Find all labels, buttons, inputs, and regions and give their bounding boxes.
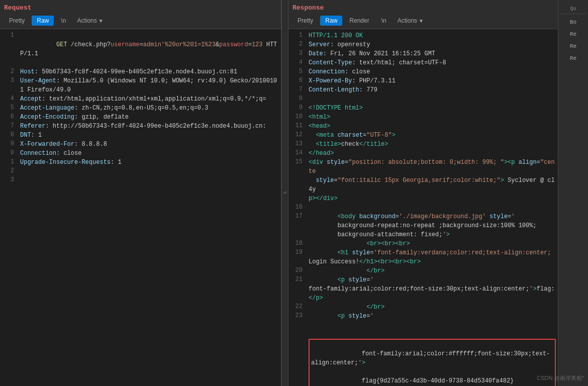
response-title: Response <box>292 2 554 15</box>
response-body: 1 HTTP/1.1 200 OK 2 Server: openresty 3 … <box>288 29 558 386</box>
table-row: 1 HTTP/1.1 200 OK <box>288 31 558 40</box>
request-title: Request <box>4 2 277 15</box>
request-actions-button[interactable]: Actions ▼ <box>73 16 107 26</box>
request-panel: Request Pretty Raw \n Actions ▼ 1 GET /c… <box>0 0 281 386</box>
table-row: 11 <head> <box>288 122 558 131</box>
table-row: 7 Content-Length: 779 <box>288 85 558 94</box>
table-row: 19 <h1 style='font-family:verdana;color:… <box>288 248 558 266</box>
table-row: 5 Connection: close <box>288 67 558 76</box>
response-toolbar: Pretty Raw Render \n Actions ▼ <box>292 15 554 27</box>
table-row: 1 GET /check.php?username=admin'%20or%20… <box>0 31 281 67</box>
request-tab-pretty[interactable]: Pretty <box>4 16 30 26</box>
sidebar-item-re1[interactable]: Re <box>560 28 586 40</box>
request-header: Request Pretty Raw \n Actions ▼ <box>0 0 281 29</box>
response-tab-newline[interactable]: \n <box>376 16 391 26</box>
table-row: 21 <p style=' font-family:arial;color:re… <box>288 275 558 303</box>
divider-arrows: ⇄ <box>283 190 286 196</box>
request-tab-raw[interactable]: Raw <box>32 16 54 26</box>
table-row: 18 <br><br><br> <box>288 239 558 248</box>
table-row: 4 Accept: text/html,application/xhtml+xm… <box>0 94 281 104</box>
table-row: 12 <meta charset="UTF-8"> <box>288 131 558 140</box>
sidebar-item-bo[interactable]: Bo <box>560 16 586 28</box>
table-row: 6 Accept-Encoding: gzip, deflate <box>0 113 281 122</box>
table-row: 3 <box>0 176 281 185</box>
request-body: 1 GET /check.php?username=admin'%20or%20… <box>0 29 281 386</box>
table-row: 20 </br> <box>288 266 558 275</box>
response-panel: Response Pretty Raw Render \n Actions ▼ … <box>288 0 558 386</box>
table-row: 0 Connection: close <box>0 149 281 158</box>
table-row: 15 <div style="position: absolute;bottom… <box>288 158 558 203</box>
flag-highlight-box: font-family:arial;color:#ffffff;font-siz… <box>309 339 556 386</box>
table-row: 3 User-Agent: Mozilla/5.0 (Windows NT 10… <box>0 76 281 94</box>
response-actions-button[interactable]: Actions ▼ <box>394 16 428 26</box>
table-row: 14 </head> <box>288 149 558 158</box>
table-row: 1 Upgrade-Insecure-Requests: 1 <box>0 158 281 167</box>
table-row: 23 <p style=' font-family:arial;color:#f… <box>288 312 558 386</box>
sidebar: Qu Bo Re Re Re <box>558 0 588 386</box>
response-tab-render[interactable]: Render <box>344 16 374 26</box>
table-row: 5 Accept-Language: zh-CN,zh;q=0.8,en-US;… <box>0 104 281 113</box>
request-toolbar: Pretty Raw \n Actions ▼ <box>4 15 277 27</box>
request-tab-newline[interactable]: \n <box>56 16 71 26</box>
table-row: 8 <box>288 94 558 104</box>
table-row: 10 <html> <box>288 113 558 122</box>
table-row: 2 <box>0 167 281 176</box>
table-row: 9 X-Forwarded-For: 8.8.8.8 <box>0 140 281 149</box>
panel-divider: ⇄ <box>281 0 288 386</box>
response-header: Response Pretty Raw Render \n Actions ▼ <box>288 0 558 29</box>
table-row: 9 <!DOCTYPE html> <box>288 104 558 113</box>
sidebar-item-re2[interactable]: Re <box>560 40 586 52</box>
table-row: 6 X-Powered-By: PHP/7.3.11 <box>288 76 558 85</box>
table-row: 7 Referer: http://50b67343-fc8f-4024-99e… <box>0 122 281 131</box>
table-row: 17 <body background='./image/background.… <box>288 212 558 239</box>
table-row: 4 Content-Type: text/html; charset=UTF-8 <box>288 58 558 67</box>
sidebar-label-qu: Qu <box>560 4 586 14</box>
table-row: 8 DNT: 1 <box>0 131 281 140</box>
table-row: 2 Host: 50b67343-fc8f-4024-99ee-b405c2ef… <box>0 67 281 76</box>
table-row: 13 <title>check</title> <box>288 140 558 149</box>
watermark: CSDN @南岸青栀* <box>537 374 584 382</box>
table-row: 3 Date: Fri, 26 Nov 2021 16:15:25 GMT <box>288 49 558 58</box>
response-tab-pretty[interactable]: Pretty <box>292 16 318 26</box>
chevron-down-icon: ▼ <box>419 18 424 24</box>
response-tab-raw[interactable]: Raw <box>320 16 342 26</box>
chevron-down-icon: ▼ <box>99 18 104 24</box>
table-row: 16 <box>288 203 558 212</box>
sidebar-item-re3[interactable]: Re <box>560 52 586 64</box>
table-row: 2 Server: openresty <box>288 40 558 49</box>
table-row: 22 </br> <box>288 303 558 312</box>
